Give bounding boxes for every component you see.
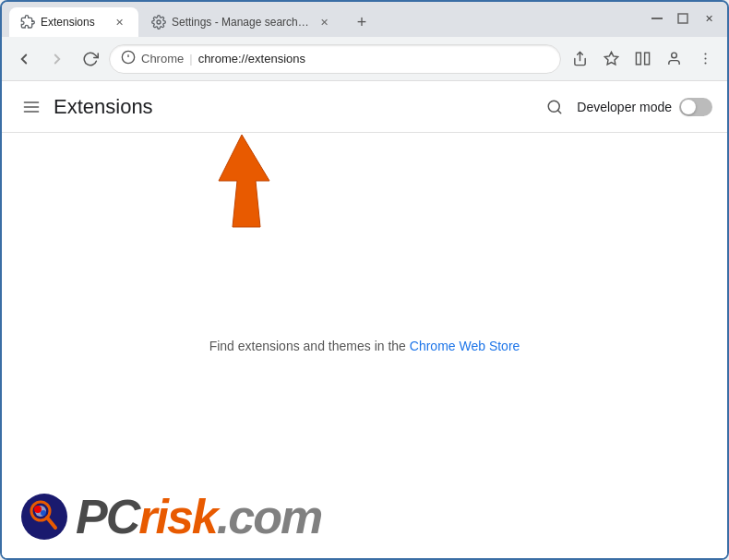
bookmark-button[interactable] [596, 44, 626, 74]
tab-bar: Extensions ✕ Settings - Manage search en… [2, 2, 727, 37]
empty-state-message: Find extensions and themes in the Chrome… [209, 339, 520, 353]
nav-bar: Chrome | chrome://extensions [2, 37, 727, 81]
svg-point-23 [41, 510, 46, 516]
svg-point-9 [704, 53, 706, 54]
reload-button[interactable] [76, 44, 105, 74]
chrome-web-store-link[interactable]: Chrome Web Store [410, 339, 520, 353]
svg-rect-1 [651, 18, 663, 19]
tab-extensions-label: Extensions [41, 16, 105, 29]
browser-window: Extensions ✕ Settings - Manage search en… [0, 0, 729, 560]
page-content: Extensions Developer mode Find extension… [2, 81, 727, 558]
svg-point-10 [704, 57, 706, 59]
tab-settings-label: Settings - Manage search engine [172, 16, 310, 29]
svg-line-16 [558, 110, 561, 113]
svg-point-0 [157, 20, 161, 24]
forward-button[interactable] [42, 44, 72, 74]
nav-actions [565, 44, 720, 74]
extensions-tab-favicon [20, 15, 35, 30]
address-site-icon [121, 50, 136, 68]
watermark-dotcom: .com [217, 490, 321, 543]
svg-rect-2 [678, 14, 687, 23]
svg-point-11 [704, 62, 706, 64]
window-controls: ✕ [646, 9, 720, 28]
address-url: chrome://extensions [198, 52, 549, 66]
empty-state-text: Find extensions and themes in the [209, 339, 410, 353]
close-button[interactable]: ✕ [698, 9, 720, 28]
back-button[interactable] [9, 44, 39, 74]
watermark: PCrisk.com [2, 475, 727, 558]
maximize-button[interactable] [672, 9, 694, 28]
watermark-icon [20, 493, 68, 541]
watermark-pc: PC [76, 490, 138, 543]
watermark-risk: risk [138, 490, 217, 543]
address-separator: | [189, 52, 192, 66]
address-site-name: Chrome [141, 52, 184, 66]
developer-mode-toggle[interactable] [679, 98, 712, 116]
new-tab-button[interactable]: + [349, 9, 375, 35]
tab-settings[interactable]: Settings - Manage search engine ✕ [140, 7, 343, 37]
svg-marker-5 [604, 52, 617, 64]
svg-rect-7 [644, 53, 649, 65]
tab-settings-close[interactable]: ✕ [316, 14, 332, 30]
share-button[interactable] [565, 44, 594, 74]
profile-button[interactable] [659, 44, 688, 74]
address-bar[interactable]: Chrome | chrome://extensions [109, 44, 561, 74]
sidebar-menu-button[interactable] [17, 92, 46, 122]
watermark-logo: PCrisk.com [20, 493, 321, 541]
settings-tab-favicon [151, 15, 166, 30]
search-button[interactable] [540, 92, 569, 122]
developer-mode-label: Developer mode [577, 100, 672, 114]
minimize-button[interactable] [646, 9, 668, 28]
page-title: Extensions [54, 95, 540, 119]
tab-extensions[interactable]: Extensions ✕ [9, 7, 138, 37]
svg-point-22 [34, 506, 42, 513]
reading-list-button[interactable] [627, 44, 657, 74]
watermark-text: PCrisk.com [76, 493, 321, 541]
tab-extensions-close[interactable]: ✕ [111, 14, 127, 30]
svg-point-8 [671, 53, 676, 58]
developer-mode-section: Developer mode [540, 92, 712, 122]
extensions-header: Extensions Developer mode [2, 81, 727, 133]
svg-point-18 [21, 494, 67, 540]
svg-rect-6 [636, 53, 640, 65]
more-button[interactable] [690, 44, 720, 74]
